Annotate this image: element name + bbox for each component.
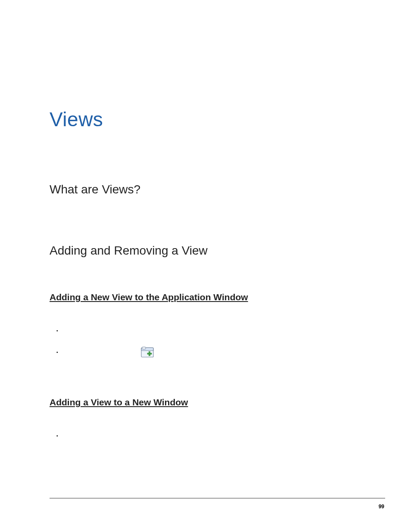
page-number: 99 <box>379 504 384 510</box>
section-heading-addremove: Adding and Removing a View <box>50 244 361 258</box>
list-item <box>63 341 361 363</box>
bullet-list-app-window <box>50 320 361 363</box>
svg-rect-2 <box>142 347 146 349</box>
subheading-add-app-window: Adding a New View to the Application Win… <box>50 292 361 302</box>
add-view-icon <box>141 346 154 358</box>
subheading-add-new-window: Adding a View to a New Window <box>50 397 361 408</box>
document-page: Views What are Views? Adding and Removin… <box>0 0 411 532</box>
footer-divider <box>50 498 385 498</box>
section-heading-what: What are Views? <box>50 183 361 196</box>
bullet-list-new-window <box>50 425 361 446</box>
svg-rect-4 <box>149 352 150 356</box>
list-item <box>63 425 361 446</box>
page-title: Views <box>50 108 361 131</box>
list-item <box>63 320 361 341</box>
